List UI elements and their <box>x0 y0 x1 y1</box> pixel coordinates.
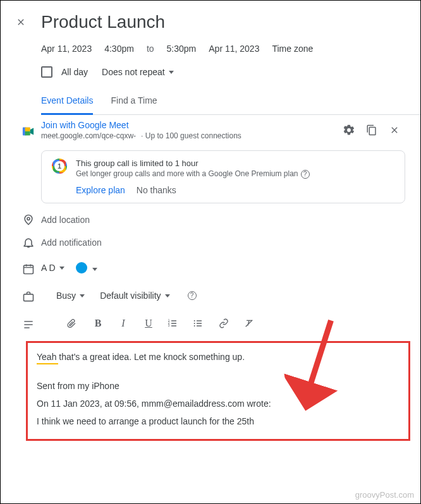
timezone[interactable]: Time zone <box>272 44 313 54</box>
meet-connections: · Up to 100 guest connections <box>141 131 241 140</box>
briefcase-icon <box>16 288 41 303</box>
meet-url: meet.google.com/qce-cqxw- <box>41 131 136 140</box>
attach-icon[interactable] <box>66 318 79 329</box>
svg-point-12 <box>194 325 195 327</box>
promo-title: This group call is limited to 1 hour <box>76 159 394 168</box>
meet-icon <box>16 123 41 137</box>
explore-plan-button[interactable]: Explore plan <box>76 185 125 195</box>
svg-point-4 <box>27 217 30 220</box>
link-icon[interactable] <box>218 318 231 328</box>
google-one-icon <box>52 159 67 174</box>
svg-rect-6 <box>24 294 34 301</box>
color-dropdown[interactable] <box>91 262 97 273</box>
italic-icon[interactable]: I <box>117 318 130 329</box>
bullet-list-icon[interactable] <box>193 318 205 328</box>
start-date[interactable]: Apr 11, 2023 <box>41 44 92 54</box>
svg-text:3: 3 <box>168 324 170 327</box>
svg-point-11 <box>194 323 195 324</box>
google-one-promo: This group call is limited to 1 hour Get… <box>41 150 405 203</box>
bell-icon <box>16 236 41 249</box>
numbered-list-icon[interactable]: 123 <box>168 318 180 328</box>
promo-subtitle: Get longer group calls and more with a G… <box>76 169 394 179</box>
no-thanks-button[interactable]: No thanks <box>137 185 176 195</box>
svg-point-10 <box>194 320 195 321</box>
close-button[interactable] <box>16 17 31 27</box>
svg-rect-3 <box>25 131 30 135</box>
clear-format-icon[interactable] <box>243 318 256 328</box>
settings-icon[interactable] <box>342 123 356 137</box>
all-day-label: All day <box>61 67 88 77</box>
to-label: to <box>147 44 154 54</box>
add-location[interactable]: Add location <box>41 215 90 225</box>
end-time[interactable]: 5:30pm <box>167 44 197 54</box>
location-icon <box>16 213 41 226</box>
busy-dropdown[interactable]: Busy <box>56 291 85 301</box>
copy-icon[interactable] <box>365 123 379 137</box>
calendar-icon <box>16 260 41 275</box>
svg-rect-2 <box>25 128 30 131</box>
bold-icon[interactable]: B <box>92 318 104 329</box>
event-title[interactable]: Product Launch <box>41 12 405 32</box>
help-icon[interactable]: ? <box>301 170 310 179</box>
description-icon <box>16 316 41 331</box>
calendar-owner-dropdown[interactable]: A D <box>41 263 64 273</box>
tab-find-a-time[interactable]: Find a Time <box>111 95 157 115</box>
end-date[interactable]: Apr 11, 2023 <box>209 44 259 54</box>
start-time[interactable]: 4:30pm <box>104 44 134 54</box>
join-meet-link[interactable]: Join with Google Meet <box>41 120 342 130</box>
underline-icon[interactable]: U <box>142 318 155 329</box>
repeat-dropdown[interactable]: Does not repeat <box>102 67 174 77</box>
watermark: groovyPost.com <box>355 490 414 500</box>
visibility-help-icon[interactable]: ? <box>188 291 197 300</box>
svg-rect-5 <box>24 265 34 273</box>
desc-line-1: Yeah that's a great idea. Let me knock s… <box>37 348 245 366</box>
remove-meet-icon[interactable] <box>387 123 401 137</box>
tab-event-details[interactable]: Event Details <box>41 95 93 115</box>
all-day-checkbox[interactable] <box>41 66 52 78</box>
add-notification[interactable]: Add notification <box>41 237 102 248</box>
desc-line-4: I think we need to arrange a product lau… <box>37 412 400 430</box>
color-picker[interactable] <box>76 262 87 273</box>
visibility-dropdown[interactable]: Default visibility <box>100 291 169 301</box>
desc-line-3: On 11 Jan 2023, at 09:56, mmm@emailaddre… <box>37 395 400 412</box>
